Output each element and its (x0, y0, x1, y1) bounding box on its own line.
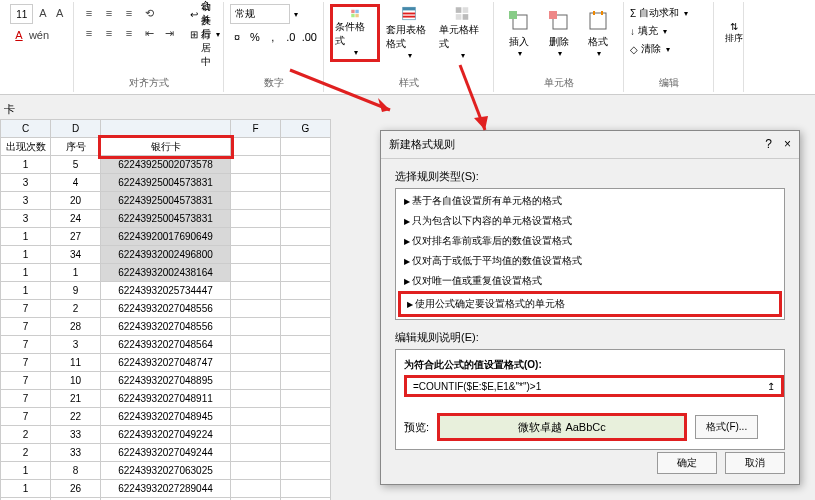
cell[interactable]: 8 (51, 462, 101, 480)
insert-button[interactable]: 插入▾ (500, 4, 538, 62)
cell[interactable]: 1 (1, 156, 51, 174)
format-button[interactable]: 格式(F)... (695, 415, 758, 439)
header-cell[interactable]: 出现次数 (1, 138, 51, 156)
cell[interactable]: 11 (51, 354, 101, 372)
increase-decimal-icon[interactable]: .0 (284, 27, 298, 47)
format-button[interactable]: 格式▾ (579, 4, 617, 62)
cell[interactable]: 20 (51, 192, 101, 210)
cell-style-button[interactable]: 单元格样式 ▾ (437, 4, 487, 62)
cell[interactable]: 62243932027049224 (101, 426, 231, 444)
cell[interactable]: 62243920017690649 (101, 228, 231, 246)
cell[interactable]: 27 (51, 228, 101, 246)
currency-icon[interactable]: ¤ (230, 27, 244, 47)
cell[interactable]: 1 (1, 462, 51, 480)
cell[interactable]: 1 (1, 246, 51, 264)
orientation-icon[interactable]: ⟲ (140, 4, 158, 22)
cell[interactable]: 1 (51, 264, 101, 282)
cell[interactable]: 3 (1, 174, 51, 192)
rule-type-item[interactable]: 只为包含以下内容的单元格设置格式 (398, 211, 782, 231)
cell[interactable]: 1 (1, 264, 51, 282)
cell[interactable]: 24 (51, 210, 101, 228)
cell[interactable]: 7 (1, 390, 51, 408)
cell[interactable]: 62243932002438164 (101, 264, 231, 282)
cell[interactable]: 3 (51, 336, 101, 354)
font-color-icon[interactable]: A (10, 26, 28, 44)
close-button[interactable]: × (784, 137, 791, 152)
column-header[interactable] (101, 120, 231, 138)
cell[interactable]: 62243932027048556 (101, 300, 231, 318)
ok-button[interactable]: 确定 (657, 452, 717, 474)
cell[interactable]: 7 (1, 318, 51, 336)
cell[interactable]: 7 (1, 336, 51, 354)
cell[interactable]: 7 (1, 354, 51, 372)
cell[interactable]: 34 (51, 246, 101, 264)
cell[interactable]: 62243932027049244 (101, 444, 231, 462)
cell[interactable]: 62243932025734447 (101, 282, 231, 300)
align-bottom-icon[interactable]: ≡ (120, 4, 138, 22)
align-right-icon[interactable]: ≡ (120, 24, 138, 42)
font-size-input[interactable]: 11 (10, 4, 33, 24)
cell[interactable]: 22 (51, 408, 101, 426)
cell[interactable]: 21 (51, 390, 101, 408)
cell[interactable]: 4 (51, 174, 101, 192)
indent-right-icon[interactable]: ⇥ (160, 24, 178, 42)
delete-button[interactable]: 删除▾ (540, 4, 578, 62)
cell[interactable]: 28 (51, 318, 101, 336)
cell[interactable]: 62243932027289044 (101, 480, 231, 498)
cell[interactable]: 62243932027048747 (101, 354, 231, 372)
cell[interactable]: 62243932027048556 (101, 318, 231, 336)
cell[interactable]: 10 (51, 372, 101, 390)
wen-icon[interactable]: wén (30, 26, 48, 44)
help-button[interactable]: ? (765, 137, 772, 152)
cell[interactable]: 3 (1, 192, 51, 210)
cell[interactable]: 62243932027063025 (101, 462, 231, 480)
column-header[interactable]: F (231, 120, 281, 138)
indent-left-icon[interactable]: ⇤ (140, 24, 158, 42)
decrease-font-icon[interactable]: A (52, 4, 67, 22)
align-top-icon[interactable]: ≡ (80, 4, 98, 22)
rule-type-item[interactable]: 仅对唯一值或重复值设置格式 (398, 271, 782, 291)
cell[interactable]: 62243932002496800 (101, 246, 231, 264)
rule-type-item[interactable]: 仅对排名靠前或靠后的数值设置格式 (398, 231, 782, 251)
cell[interactable]: 5 (51, 156, 101, 174)
increase-font-icon[interactable]: A (35, 4, 50, 22)
cell[interactable]: 62243925004573831 (101, 210, 231, 228)
align-center-icon[interactable]: ≡ (100, 24, 118, 42)
cell[interactable]: 1 (1, 480, 51, 498)
autosum-button[interactable]: Σ自动求和▾ (630, 4, 707, 22)
decrease-decimal-icon[interactable]: .00 (302, 27, 317, 47)
table-format-button[interactable]: 套用表格格式 ▾ (384, 4, 434, 62)
cell[interactable]: 3 (1, 210, 51, 228)
cell[interactable]: 33 (51, 426, 101, 444)
cancel-button[interactable]: 取消 (725, 452, 785, 474)
rule-type-item[interactable]: 基于各自值设置所有单元格的格式 (398, 191, 782, 211)
column-header[interactable]: D (51, 120, 101, 138)
conditional-format-button[interactable]: 条件格式 ▾ (330, 4, 380, 62)
cell[interactable]: 62243932027048945 (101, 408, 231, 426)
cell[interactable]: 2 (1, 444, 51, 462)
cell[interactable]: 2 (1, 426, 51, 444)
cell[interactable]: 7 (1, 408, 51, 426)
cell[interactable]: 62243925004573831 (101, 192, 231, 210)
cell[interactable]: 62243932027048911 (101, 390, 231, 408)
cell[interactable]: 62243925004573831 (101, 174, 231, 192)
cell[interactable]: 62243925002073578 (101, 156, 231, 174)
sort-button[interactable]: ⇅ 排序 (720, 4, 748, 62)
align-left-icon[interactable]: ≡ (80, 24, 98, 42)
chevron-down-icon[interactable]: ▾ (294, 10, 298, 19)
name-box[interactable]: 卡 (0, 100, 360, 119)
range-picker-icon[interactable]: ↥ (767, 381, 775, 392)
cell[interactable]: 33 (51, 444, 101, 462)
cell[interactable]: 2 (51, 300, 101, 318)
cell[interactable]: 9 (51, 282, 101, 300)
header-cell[interactable]: 序号 (51, 138, 101, 156)
rule-type-item[interactable]: 仅对高于或低于平均值的数值设置格式 (398, 251, 782, 271)
number-format-combo[interactable]: 常规 (230, 4, 290, 24)
fill-button[interactable]: ↓填充▾ (630, 22, 707, 40)
cell[interactable]: 62243932027048895 (101, 372, 231, 390)
formula-input[interactable]: =COUNTIF($E:$E,E1&"*")>1 ↥ (404, 375, 784, 397)
header-cell[interactable]: 银行卡 (101, 138, 231, 156)
rule-type-item[interactable]: 使用公式确定要设置格式的单元格 (398, 291, 782, 317)
cell[interactable]: 7 (1, 372, 51, 390)
cell[interactable]: 1 (1, 282, 51, 300)
